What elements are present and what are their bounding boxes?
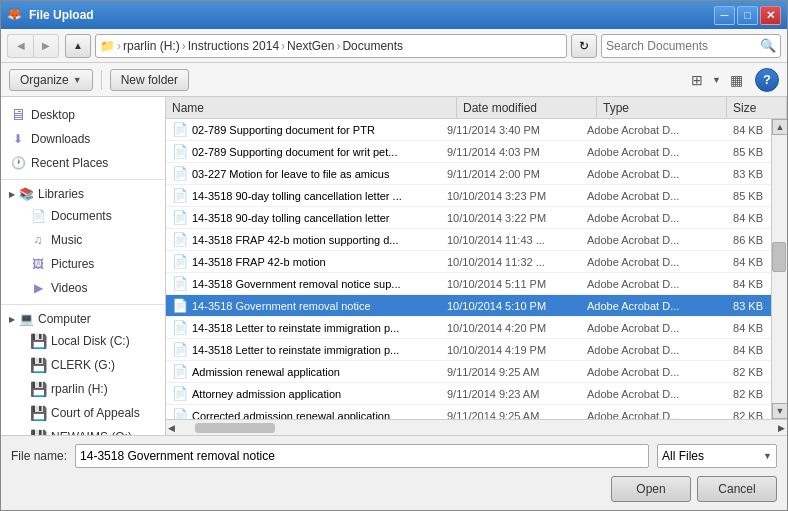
nav-item-local-disk[interactable]: 💾 Local Disk (C:) — [1, 329, 165, 353]
maximize-button[interactable]: □ — [737, 6, 758, 25]
nav-item-desktop[interactable]: 🖥 Desktop — [1, 103, 165, 127]
nav-libraries[interactable]: ▶ 📚 Libraries — [1, 184, 165, 204]
vertical-scrollbar[interactable]: ▲ ▼ — [771, 119, 787, 419]
pdf-icon: 📄 — [172, 342, 188, 357]
downloads-icon: ⬇ — [9, 130, 27, 148]
nav-item-clerk[interactable]: 💾 CLERK (G:) — [1, 353, 165, 377]
file-type: Adobe Acrobat D... — [581, 409, 711, 420]
cancel-button[interactable]: Cancel — [697, 476, 777, 502]
scroll-right-button[interactable]: ▶ — [778, 423, 785, 433]
file-type: Adobe Acrobat D... — [581, 233, 711, 247]
nav-item-court[interactable]: 💾 Court of Appeals — [1, 401, 165, 425]
table-row[interactable]: 📄 14-3518 FRAP 42-b motion 10/10/2014 11… — [166, 251, 771, 273]
h-scroll-thumb[interactable] — [195, 423, 275, 433]
col-header-size[interactable]: Size — [727, 97, 787, 118]
view-list-button[interactable]: ⊞ — [684, 68, 710, 92]
file-name: Admission renewal application — [192, 366, 340, 378]
file-type: Adobe Acrobat D... — [581, 299, 711, 313]
table-row[interactable]: 📄 14-3518 Letter to reinstate immigratio… — [166, 317, 771, 339]
table-row[interactable]: 📄 Attorney admission application 9/11/20… — [166, 383, 771, 405]
breadcrumb-nextgen: NextGen — [287, 39, 334, 53]
scroll-left-button[interactable]: ◀ — [168, 423, 175, 433]
nav-item-downloads[interactable]: ⬇ Downloads — [1, 127, 165, 151]
pdf-icon: 📄 — [172, 144, 188, 159]
file-date: 10/10/2014 3:22 PM — [441, 211, 581, 225]
action-row: Open Cancel — [11, 476, 777, 502]
table-row[interactable]: 📄 14-3518 Letter to reinstate immigratio… — [166, 339, 771, 361]
music-icon: ♫ — [29, 231, 47, 249]
scroll-thumb[interactable] — [772, 242, 786, 272]
table-row[interactable]: 📄 02-789 Supporting document for writ pe… — [166, 141, 771, 163]
file-name: 14-3518 FRAP 42-b motion — [192, 256, 326, 268]
open-button[interactable]: Open — [611, 476, 691, 502]
nav-item-documents[interactable]: 📄 Documents — [1, 204, 165, 228]
file-upload-window: 🦊 File Upload ─ □ ✕ ◀ ▶ ▲ 📁 › rparlin (H… — [0, 0, 788, 511]
nav-item-pictures[interactable]: 🖼 Pictures — [1, 252, 165, 276]
scroll-down-button[interactable]: ▼ — [772, 403, 787, 419]
recent-icon: 🕐 — [9, 154, 27, 172]
file-name: 14-3518 Government removal notice sup... — [192, 278, 401, 290]
filetype-dropdown-icon: ▼ — [763, 451, 772, 461]
organize-button[interactable]: Organize ▼ — [9, 69, 93, 91]
preview-pane-button[interactable]: ▦ — [723, 68, 749, 92]
file-size: 84 KB — [711, 277, 771, 291]
search-input[interactable] — [606, 39, 756, 53]
nav-item-recent[interactable]: 🕐 Recent Places — [1, 151, 165, 175]
file-name: Attorney admission application — [192, 388, 341, 400]
nav-item-music[interactable]: ♫ Music — [1, 228, 165, 252]
help-button[interactable]: ? — [755, 68, 779, 92]
filename-input[interactable] — [75, 444, 649, 468]
table-row[interactable]: 📄 14-3518 Government removal notice 10/1… — [166, 295, 771, 317]
address-bar: ◀ ▶ ▲ 📁 › rparlin (H:) › Instructions 20… — [1, 29, 787, 63]
nav-item-videos[interactable]: ▶ Videos — [1, 276, 165, 300]
pdf-icon: 📄 — [172, 408, 188, 419]
file-type: Adobe Acrobat D... — [581, 387, 711, 401]
divider — [1, 179, 165, 180]
horizontal-scrollbar[interactable]: ◀ ▶ — [166, 419, 787, 435]
filetype-value: All Files — [662, 449, 704, 463]
refresh-button[interactable]: ↻ — [571, 34, 597, 58]
file-name: 03-227 Motion for leave to file as amicu… — [192, 168, 390, 180]
forward-button[interactable]: ▶ — [33, 34, 59, 58]
close-button[interactable]: ✕ — [760, 6, 781, 25]
table-row[interactable]: 📄 14-3518 90-day tolling cancellation le… — [166, 207, 771, 229]
table-row[interactable]: 📄 14-3518 90-day tolling cancellation le… — [166, 185, 771, 207]
filename-label: File name: — [11, 449, 67, 463]
videos-icon: ▶ — [29, 279, 47, 297]
filetype-select[interactable]: All Files ▼ — [657, 444, 777, 468]
table-row[interactable]: 📄 Admission renewal application 9/11/201… — [166, 361, 771, 383]
nav-computer[interactable]: ▶ 💻 Computer — [1, 309, 165, 329]
table-row[interactable]: 📄 Corrected admission renewal applicatio… — [166, 405, 771, 419]
breadcrumb-documents: Documents — [342, 39, 403, 53]
col-header-type[interactable]: Type — [597, 97, 727, 118]
table-row[interactable]: 📄 14-3518 FRAP 42-b motion supporting d.… — [166, 229, 771, 251]
nav-label-libraries: Libraries — [38, 187, 84, 201]
file-type: Adobe Acrobat D... — [581, 343, 711, 357]
nav-label-pictures: Pictures — [51, 257, 157, 271]
breadcrumb-instructions: Instructions 2014 — [188, 39, 279, 53]
breadcrumb[interactable]: 📁 › rparlin (H:) › Instructions 2014 › N… — [95, 34, 567, 58]
file-type: Adobe Acrobat D... — [581, 167, 711, 181]
col-header-date[interactable]: Date modified — [457, 97, 597, 118]
firefox-icon: 🦊 — [7, 7, 23, 23]
table-row[interactable]: 📄 03-227 Motion for leave to file as ami… — [166, 163, 771, 185]
computer-expand-icon: ▶ — [9, 315, 15, 324]
scroll-track — [772, 135, 787, 403]
new-folder-button[interactable]: New folder — [110, 69, 189, 91]
breadcrumb-rparlin: rparlin (H:) — [123, 39, 180, 53]
file-type: Adobe Acrobat D... — [581, 277, 711, 291]
nav-label-computer: Computer — [38, 312, 91, 326]
file-date: 9/11/2014 3:40 PM — [441, 123, 581, 137]
minimize-button[interactable]: ─ — [714, 6, 735, 25]
back-button[interactable]: ◀ — [7, 34, 33, 58]
file-panel: Name Date modified Type Size 📄 02-789 Su… — [166, 97, 787, 435]
table-row[interactable]: 📄 02-789 Supporting document for PTR 9/1… — [166, 119, 771, 141]
col-header-name[interactable]: Name — [166, 97, 457, 118]
nav-item-newaims[interactable]: 💾 NEWAIMS (Q:) — [1, 425, 165, 435]
file-size: 83 KB — [711, 299, 771, 313]
scroll-up-button[interactable]: ▲ — [772, 119, 787, 135]
nav-item-rparlin[interactable]: 💾 rparlin (H:) — [1, 377, 165, 401]
file-name: 14-3518 Government removal notice — [192, 300, 371, 312]
up-button[interactable]: ▲ — [65, 34, 91, 58]
table-row[interactable]: 📄 14-3518 Government removal notice sup.… — [166, 273, 771, 295]
